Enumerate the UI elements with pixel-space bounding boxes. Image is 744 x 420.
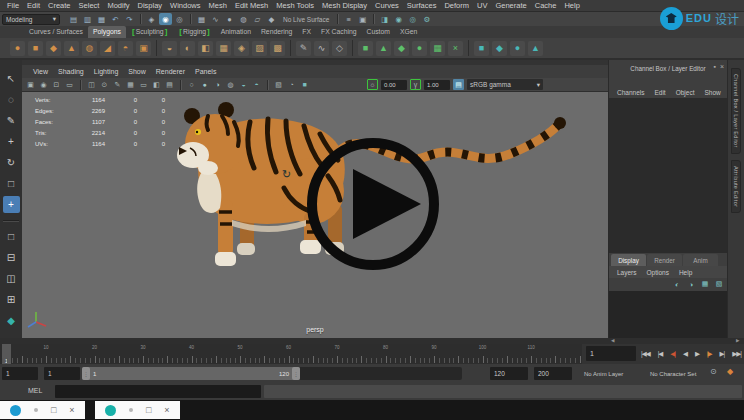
pattern-a-icon[interactable]: ▨ xyxy=(252,41,267,56)
multi-cut-icon[interactable]: ▦ xyxy=(430,41,445,56)
layout-single-pane-icon[interactable]: □ xyxy=(3,228,20,245)
menu-display[interactable]: Display xyxy=(134,0,167,12)
paint-select-tool-icon[interactable]: ✎ xyxy=(3,112,20,129)
time-slider[interactable]: 1 102030405060708090100110 xyxy=(0,344,582,364)
range-end-handle[interactable]: ⋮ xyxy=(292,367,300,380)
maximize-button[interactable]: □ xyxy=(51,401,56,419)
color-management-icon[interactable]: ▤ xyxy=(453,79,464,90)
make-live-icon[interactable]: ◆ xyxy=(265,13,278,25)
poly-cube-icon[interactable]: ■ xyxy=(28,41,43,56)
sphere-smooth-icon[interactable]: ◒ xyxy=(162,41,177,56)
menu-help[interactable]: Help xyxy=(560,0,583,12)
layout-custom-icon[interactable]: ◆ xyxy=(3,312,20,329)
range-start-handle[interactable]: ⋮ xyxy=(82,367,90,380)
shelf-tab-rendering[interactable]: Rendering xyxy=(256,26,297,38)
shelf-tab-custom[interactable]: Custom xyxy=(362,26,395,38)
inputs-to-selected-icon[interactable]: ≡ xyxy=(342,13,355,25)
undo-icon[interactable]: ↶ xyxy=(109,13,122,25)
playback-end-field[interactable]: 120 xyxy=(490,367,528,380)
poly-disc-icon[interactable]: ◓ xyxy=(118,41,133,56)
viewport-menu-lighting[interactable]: Lighting xyxy=(89,68,124,75)
animation-end-field[interactable]: 200 xyxy=(534,367,572,380)
step-back-key-button[interactable]: ◀| xyxy=(670,350,675,358)
bevel-icon[interactable]: ▲ xyxy=(528,41,543,56)
exposure-field[interactable]: 0.00 xyxy=(381,80,407,90)
menu-mesh-display[interactable]: Mesh Display xyxy=(318,0,371,12)
menu-file[interactable]: File xyxy=(3,0,23,12)
create-empty-layer-icon[interactable]: ▦ xyxy=(700,279,710,289)
side-tab-attribute-editor[interactable]: Attribute Editor xyxy=(731,160,741,213)
boolean-union-icon[interactable]: ● xyxy=(412,41,427,56)
step-forward-key-button[interactable]: |▶ xyxy=(707,350,712,358)
lights-toggle-icon[interactable]: ◒ xyxy=(238,79,249,90)
animation-preferences-icon[interactable]: ⊙ xyxy=(710,367,717,376)
play-backwards-button[interactable]: ◀ xyxy=(683,350,687,358)
side-tab-channel-box-layer-editor[interactable]: Channel Box / Layer Editor xyxy=(731,68,741,154)
new-scene-icon[interactable]: ▤ xyxy=(67,13,80,25)
viewport-canvas[interactable]: Verts:116400Edges:226900Faces:110700Tris… xyxy=(22,92,608,337)
range-slider-bar[interactable]: ⋮ 1 120 ⋮ xyxy=(82,367,300,380)
shelf-tab-sculpting[interactable]: [Sculpting] xyxy=(126,26,173,38)
layer-menu-options[interactable]: Options xyxy=(642,269,674,276)
layer-tab-display[interactable]: Display xyxy=(611,254,646,266)
render-settings-icon[interactable]: ⚙ xyxy=(420,13,433,25)
layer-tab-render[interactable]: Render xyxy=(647,254,682,266)
poly-cone-icon[interactable]: ▲ xyxy=(64,41,79,56)
range-slider-track[interactable]: ⋮ 1 120 ⋮ xyxy=(82,367,462,380)
redo-icon[interactable]: ↷ xyxy=(123,13,136,25)
close-icon[interactable]: × xyxy=(720,63,724,70)
save-scene-icon[interactable]: ▦ xyxy=(95,13,108,25)
shelf-tab-animation[interactable]: Animation xyxy=(216,26,256,38)
select-object-icon[interactable]: ◉ xyxy=(159,13,172,25)
use-default-material-icon[interactable]: ◍ xyxy=(225,79,236,90)
multisample-toggle-icon[interactable]: ■ xyxy=(299,79,310,90)
menu-cache[interactable]: Cache xyxy=(531,0,561,12)
create-layer-from-selected-icon[interactable]: ▧ xyxy=(714,279,724,289)
command-line-input[interactable] xyxy=(55,385,261,398)
occlusion-toggle-icon[interactable]: ▧ xyxy=(273,79,284,90)
lasso-select-tool-icon[interactable]: ◌ xyxy=(3,91,20,108)
poly-plane-icon[interactable]: ◢ xyxy=(100,41,115,56)
snap-to-grid-icon[interactable]: ▦ xyxy=(195,13,208,25)
viewport-menu-show[interactable]: Show xyxy=(123,68,151,75)
auto-keyframe-icon[interactable]: ◆ xyxy=(727,367,733,376)
grid-toggle-icon[interactable]: ▦ xyxy=(125,79,136,90)
snap-to-projected-center-icon[interactable]: ◍ xyxy=(237,13,250,25)
pattern-b-icon[interactable]: ▩ xyxy=(270,41,285,56)
select-component-icon[interactable]: ◎ xyxy=(173,13,186,25)
menu-modify[interactable]: Modify xyxy=(103,0,133,12)
layer-playback-icon[interactable]: ◑ xyxy=(686,279,696,289)
ipr-render-icon[interactable]: ◎ xyxy=(406,13,419,25)
channel-menu-show[interactable]: Show xyxy=(699,89,725,96)
menu-generate[interactable]: Generate xyxy=(491,0,530,12)
shelf-tab-fx-caching[interactable]: FX Caching xyxy=(316,26,362,38)
channel-menu-edit[interactable]: Edit xyxy=(649,89,670,96)
snap-to-view-plane-icon[interactable]: ▱ xyxy=(251,13,264,25)
channel-menu-object[interactable]: Object xyxy=(671,89,700,96)
separate-icon[interactable]: ▲ xyxy=(376,41,391,56)
shelf-tab-xgen[interactable]: XGen xyxy=(395,26,422,38)
wireframe-mode-icon[interactable]: ○ xyxy=(186,79,197,90)
layer-visibility-icon[interactable]: ◐ xyxy=(672,279,682,289)
shadows-toggle-icon[interactable]: ◓ xyxy=(251,79,262,90)
shelf-tab-fx[interactable]: FX xyxy=(297,26,316,38)
film-gate-icon[interactable]: ▭ xyxy=(138,79,149,90)
viewport-menu-shading[interactable]: Shading xyxy=(53,68,89,75)
menu-mesh[interactable]: Mesh xyxy=(205,0,231,12)
platonic-solid-icon[interactable]: ▣ xyxy=(136,41,151,56)
view-transform-dropdown[interactable]: sRGB gamma ▾ xyxy=(467,79,543,90)
layer-menu-layers[interactable]: Layers xyxy=(612,269,642,276)
snap-to-curve-icon[interactable]: ∿ xyxy=(209,13,222,25)
poly-torus-icon[interactable]: ◍ xyxy=(82,41,97,56)
wedge-icon[interactable]: ◈ xyxy=(234,41,249,56)
camera-attributes-icon[interactable]: ⊡ xyxy=(51,79,62,90)
select-hierarchy-icon[interactable]: ◈ xyxy=(145,13,158,25)
uv-checker-icon[interactable]: ◧ xyxy=(198,41,213,56)
menu-select[interactable]: Select xyxy=(75,0,104,12)
lock-camera-icon[interactable]: ◉ xyxy=(38,79,49,90)
construction-history-icon[interactable]: ▣ xyxy=(356,13,369,25)
gamma-icon[interactable]: γ xyxy=(410,79,421,90)
menu-windows[interactable]: Windows xyxy=(166,0,204,12)
shelf-tab-polygons[interactable]: Polygons xyxy=(88,26,126,38)
select-camera-icon[interactable]: ▣ xyxy=(25,79,36,90)
